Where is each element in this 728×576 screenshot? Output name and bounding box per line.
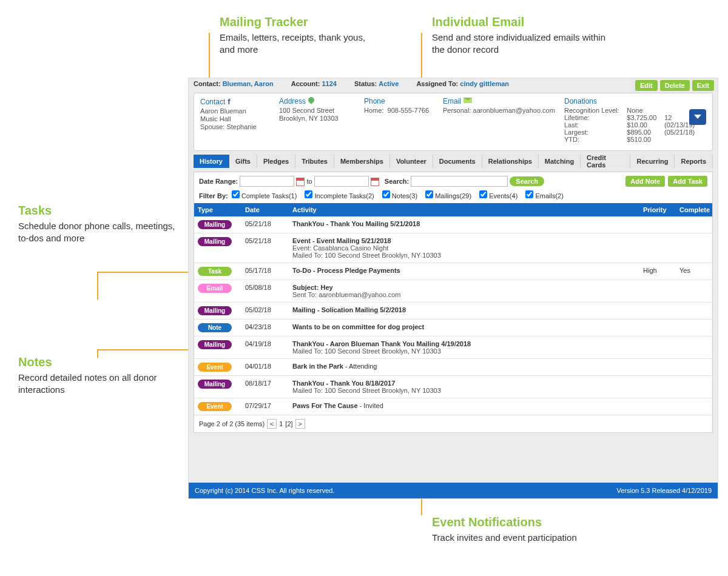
donation-value: $3,725.00 — [627, 114, 659, 121]
tab-pledges[interactable]: Pledges — [257, 155, 295, 168]
map-pin-icon[interactable] — [307, 96, 315, 104]
calendar-icon[interactable] — [371, 178, 379, 186]
pager-next-button[interactable]: > — [295, 419, 305, 429]
table-row[interactable]: Mailing05/21/18ThankYou - Thank You Mail… — [194, 216, 712, 233]
status-value-link[interactable]: Active — [379, 80, 399, 87]
add-task-button[interactable]: Add Task — [668, 176, 707, 187]
tab-gifts[interactable]: Gifts — [229, 155, 257, 168]
date-range-label: Date Range: — [199, 178, 238, 185]
pager-summary: Page 2 of 2 (35 items) — [199, 420, 265, 427]
row-activity: ThankYou - Thank You Mailing 5/21/2018 — [289, 220, 639, 229]
contact-name: Aaron Blueman — [200, 107, 271, 115]
table-row[interactable]: Task05/17/18To-Do - Process Pledge Payme… — [194, 263, 712, 280]
callout-event-notif: Event Notifications Track invites and ev… — [432, 515, 577, 544]
table-row[interactable]: Mailing05/02/18Mailing - Solication Mail… — [194, 303, 712, 320]
search-label: Search: — [385, 178, 409, 185]
contact-name-link[interactable]: Blueman, Aaron — [223, 80, 274, 87]
contact-info-card: Contactf Aaron Blueman Music Hall Spouse… — [194, 93, 713, 151]
history-workarea: Add Note Add Task Date Range: to Search:… — [194, 172, 713, 433]
table-row[interactable]: Mailing08/18/17ThankYou - Thank You 8/18… — [194, 376, 712, 398]
table-row[interactable]: Mailing04/19/18ThankYou - Aaron Blueman … — [194, 337, 712, 359]
tab-credit-cards[interactable]: Credit Cards — [581, 155, 630, 168]
callout-event-notif-body: Track invites and event participation — [432, 532, 577, 544]
donation-label: Recognition Level: — [564, 107, 622, 114]
account-label: Account: — [291, 80, 320, 87]
callout-notes-body: Record detailed notes on all donor inter… — [18, 372, 176, 397]
col-type[interactable]: Type — [194, 206, 241, 213]
row-date: 05/02/18 — [241, 306, 289, 315]
filter-emails[interactable]: Emails(2) — [525, 192, 564, 199]
filter-notes[interactable]: Notes(3) — [382, 192, 417, 199]
tab-volunteer[interactable]: Volunteer — [390, 155, 433, 168]
tab-recurring[interactable]: Recurring — [630, 155, 675, 168]
account-number-link[interactable]: 1124 — [322, 80, 336, 87]
row-complete — [676, 220, 712, 229]
date-to-input[interactable] — [314, 176, 369, 187]
filter-complete-tasks[interactable]: Complete Tasks(1) — [232, 192, 297, 199]
to-label: to — [306, 178, 312, 185]
donation-label: Last: — [564, 121, 622, 129]
pager-prev-button[interactable]: < — [267, 419, 277, 429]
phone-heading: Phone — [364, 97, 434, 105]
contact-heading: Contactf — [200, 97, 271, 106]
filter-mailings[interactable]: Mailings(29) — [425, 192, 471, 199]
mailing-badge: Mailing — [198, 237, 232, 246]
edit-button[interactable]: Edit — [635, 80, 658, 91]
grid-body: Mailing05/21/18ThankYou - Thank You Mail… — [194, 216, 712, 415]
col-priority[interactable]: Priority — [639, 206, 676, 213]
address-column: Address 100 Second Street Brooklyn, NY 1… — [279, 97, 364, 147]
table-row[interactable]: Note04/23/18Wants to be on committee for… — [194, 320, 712, 337]
chevron-down-icon — [693, 114, 702, 120]
date-from-input[interactable] — [240, 176, 294, 187]
expand-card-button[interactable] — [689, 109, 706, 125]
tab-history[interactable]: History — [194, 155, 229, 168]
row-complete — [676, 380, 712, 394]
assigned-user-link[interactable]: cindy gittleman — [460, 80, 509, 87]
phone-column: Phone Home: 908-555-7766 — [364, 97, 443, 147]
tab-relationships[interactable]: Relationships — [482, 155, 539, 168]
row-priority — [639, 363, 676, 372]
search-input[interactable] — [411, 176, 508, 187]
tab-reports[interactable]: Reports — [675, 155, 713, 168]
mailing-badge: Mailing — [198, 220, 232, 229]
row-activity: Wants to be on committee for dog project — [289, 323, 639, 332]
table-row[interactable]: Event04/01/18Bark in the Park - Attendin… — [194, 359, 712, 376]
col-activity[interactable]: Activity — [289, 206, 639, 213]
donation-label: Lifetime: — [564, 114, 622, 121]
col-date[interactable]: Date — [241, 206, 289, 213]
row-priority — [639, 380, 676, 394]
mail-icon[interactable] — [463, 98, 472, 103]
note-badge: Note — [198, 323, 232, 332]
contact-spouse: Spouse: Stephanie — [200, 123, 271, 130]
row-date: 08/18/17 — [241, 380, 289, 394]
exit-button[interactable]: Exit — [692, 80, 714, 91]
facebook-icon[interactable]: f — [228, 97, 230, 106]
pager-page-1[interactable]: 1 — [279, 420, 283, 427]
delete-button[interactable]: Delete — [660, 80, 690, 91]
filter-events[interactable]: Events(4) — [479, 192, 517, 199]
add-note-button[interactable]: Add Note — [625, 176, 665, 187]
row-date: 05/08/18 — [241, 284, 289, 298]
filter-incomplete-tasks[interactable]: Incomplete Tasks(2) — [305, 192, 374, 199]
row-complete — [676, 237, 712, 259]
search-button[interactable]: Search — [510, 176, 544, 186]
calendar-icon[interactable] — [296, 178, 305, 186]
table-row[interactable]: Mailing05/21/18Event - Event Mailing 5/2… — [194, 233, 712, 263]
tab-memberships[interactable]: Memberships — [334, 155, 390, 168]
filter-checkbox-row: Filter By: Complete Tasks(1) Incomplete … — [194, 190, 712, 203]
tab-documents[interactable]: Documents — [433, 155, 482, 168]
table-row[interactable]: Event07/29/17Paws For The Cause - Invite… — [194, 398, 712, 415]
callout-indiv-email-body: Send and store individualized emails wit… — [432, 32, 614, 56]
tab-tributes[interactable]: Tributes — [295, 155, 334, 168]
row-priority: High — [639, 267, 676, 276]
row-date: 05/21/18 — [241, 220, 289, 229]
row-priority — [639, 402, 676, 411]
footer-copyright: Copyright (c) 2014 CSS Inc. All rights r… — [195, 487, 334, 494]
event-badge: Event — [198, 402, 232, 411]
address-line2: Brooklyn, NY 10303 — [279, 115, 356, 122]
address-line1: 100 Second Street — [279, 107, 356, 114]
row-complete — [676, 340, 712, 355]
table-row[interactable]: Email05/08/18Subject: HeySent To: aaronb… — [194, 280, 712, 303]
col-complete[interactable]: Complete — [676, 206, 712, 213]
tab-matching[interactable]: Matching — [539, 155, 581, 168]
